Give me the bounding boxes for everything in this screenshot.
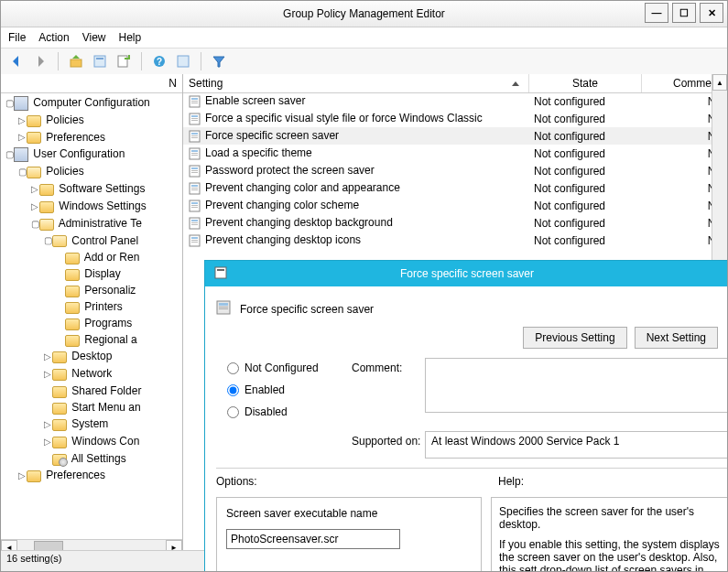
tree-view[interactable]: ▢ Computer Configuration▷ Policies▷ Pref…: [1, 92, 182, 540]
tree-node[interactable]: ▷ Network: [43, 365, 182, 383]
tree-node-label: Administrative Te: [56, 217, 142, 230]
tree-toggle-icon[interactable]: ▢: [30, 216, 39, 232]
next-setting-button[interactable]: Next Setting: [635, 327, 718, 349]
tree-toggle-icon[interactable]: ▷: [43, 416, 52, 433]
tree-node[interactable]: Regional a: [56, 331, 182, 348]
tree-toggle-icon[interactable]: ▷: [43, 366, 52, 383]
radio-disabled-input[interactable]: [227, 406, 239, 418]
tree-node-label: Display: [81, 267, 121, 280]
svg-rect-3: [118, 56, 127, 67]
forward-icon[interactable]: [30, 51, 50, 71]
col-state[interactable]: State: [529, 74, 642, 92]
tree-toggle-icon[interactable]: ▷: [43, 434, 52, 450]
list-row[interactable]: Prevent changing desktop backgroundNot c…: [183, 214, 727, 232]
list-row[interactable]: Enable screen saverNot configuredNo: [183, 92, 727, 110]
tree-node[interactable]: Display: [56, 265, 182, 282]
scroll-up-icon[interactable]: ▲: [712, 74, 727, 91]
radio-enabled[interactable]: Enabled: [227, 383, 319, 396]
tree-toggle-icon[interactable]: ▢: [43, 232, 52, 249]
svg-rect-1: [94, 56, 105, 67]
tree-node[interactable]: ▷ Windows Settings: [30, 198, 182, 215]
radio-not-configured-input[interactable]: [227, 362, 239, 374]
menu-view[interactable]: View: [82, 31, 106, 44]
help-icon[interactable]: ?: [149, 51, 169, 71]
tree-toggle-icon[interactable]: ▷: [30, 199, 39, 215]
minimize-button[interactable]: —: [645, 3, 668, 23]
tree-node[interactable]: ▷ Policies: [17, 112, 182, 129]
toolbar-separator-3: [201, 52, 201, 70]
tree-node[interactable]: Add or Ren: [56, 249, 182, 265]
close-button[interactable]: ✕: [700, 3, 723, 23]
svg-rect-18: [191, 137, 198, 138]
tree-node[interactable]: ▷ Preferences: [17, 467, 182, 484]
list-row[interactable]: Load a specific themeNot configuredNo: [183, 145, 727, 162]
tree-toggle-icon[interactable]: ▷: [17, 129, 27, 146]
setting-state: Not configured: [528, 113, 640, 125]
tree-node[interactable]: ▢ User Configuration▢ Policies▷ Software…: [5, 146, 182, 483]
dialog-titlebar: Force specific screen saver: [205, 261, 728, 286]
back-icon[interactable]: [6, 51, 27, 71]
tree-node[interactable]: All Settings: [43, 450, 182, 467]
svg-rect-43: [215, 267, 226, 278]
dialog-icon: [214, 266, 227, 282]
setting-icon: [189, 216, 201, 230]
maximize-button[interactable]: ☐: [672, 3, 696, 23]
tree-node[interactable]: ▢ Computer Configuration▷ Policies▷ Pref…: [5, 94, 182, 146]
list-row[interactable]: Prevent changing color schemeNot configu…: [183, 197, 727, 214]
setting-name: Force a specific visual style file or fo…: [205, 112, 483, 124]
svg-rect-34: [191, 207, 198, 208]
tree-node[interactable]: Start Menu an: [43, 399, 182, 416]
radio-enabled-input[interactable]: [227, 384, 239, 396]
svg-rect-41: [191, 240, 198, 241]
tree-toggle-icon[interactable]: ▷: [30, 181, 39, 198]
tree-node[interactable]: ▢ Control Panel Add or Ren Display Perso…: [43, 232, 182, 349]
tree-node[interactable]: Printers: [56, 298, 182, 315]
tree-node[interactable]: Shared Folder: [43, 383, 182, 399]
export-icon[interactable]: [114, 51, 134, 71]
list-row[interactable]: Force a specific visual style file or fo…: [183, 110, 727, 127]
tree-node[interactable]: ▢ Policies▷ Software Settings▷ Windows S…: [17, 163, 182, 466]
screensaver-exe-input[interactable]: [226, 529, 400, 549]
list-row[interactable]: Prevent changing desktop iconsNot config…: [183, 232, 727, 249]
tree-node[interactable]: ▢ Administrative Te▢ Control Panel Add o…: [30, 215, 182, 467]
setting-state: Not configured: [528, 130, 640, 143]
setting-name: Prevent changing color and appearance: [205, 181, 400, 194]
previous-setting-button[interactable]: Previous Setting: [523, 327, 626, 349]
list-row[interactable]: Force specific screen saverNot configure…: [183, 127, 727, 145]
tree-toggle-icon[interactable]: ▷: [17, 113, 27, 129]
menu-file[interactable]: File: [8, 31, 26, 44]
svg-rect-28: [191, 185, 198, 187]
list-row[interactable]: Prevent changing color and appearanceNot…: [183, 179, 727, 197]
tree-toggle-icon[interactable]: ▢: [17, 164, 27, 180]
properties-icon[interactable]: [90, 51, 110, 71]
tree-node-label: All Settings: [69, 452, 126, 465]
setting-name: Force specific screen saver: [205, 129, 339, 142]
svg-rect-13: [191, 118, 198, 119]
radio-disabled[interactable]: Disabled: [227, 405, 319, 418]
svg-rect-46: [219, 303, 228, 306]
tree-node[interactable]: ▷ Windows Con: [43, 433, 182, 450]
radio-not-configured[interactable]: Not Configured: [227, 362, 319, 374]
filter-icon[interactable]: [209, 51, 229, 71]
tree-node-label: Windows Settings: [56, 200, 147, 212]
tree-node[interactable]: ▷ System: [43, 416, 182, 433]
tree-node[interactable]: ▷ Desktop: [43, 348, 182, 365]
col-setting[interactable]: Setting: [183, 74, 529, 92]
menu-help[interactable]: Help: [119, 31, 142, 44]
tree-toggle-icon[interactable]: ▢: [5, 146, 14, 163]
svg-rect-42: [191, 242, 198, 243]
tree-toggle-icon[interactable]: ▷: [17, 468, 27, 484]
tree-node[interactable]: ▷ Software Settings: [30, 180, 182, 198]
comment-textarea[interactable]: [425, 358, 728, 413]
tree-toggle-icon[interactable]: ▷: [43, 349, 52, 365]
tree-node[interactable]: Personaliz: [56, 282, 182, 298]
tree-toggle-icon[interactable]: ▢: [5, 95, 14, 112]
menu-action[interactable]: Action: [38, 31, 69, 44]
refresh-icon[interactable]: [173, 51, 193, 71]
up-icon[interactable]: [66, 51, 86, 71]
tree-node-label: Control Panel: [69, 234, 138, 247]
dialog-body: Force specific screen saver Previous Set…: [205, 286, 728, 572]
list-row[interactable]: Password protect the screen saverNot con…: [183, 162, 727, 179]
tree-node[interactable]: Programs: [56, 315, 182, 331]
tree-node[interactable]: ▷ Preferences: [17, 129, 182, 146]
